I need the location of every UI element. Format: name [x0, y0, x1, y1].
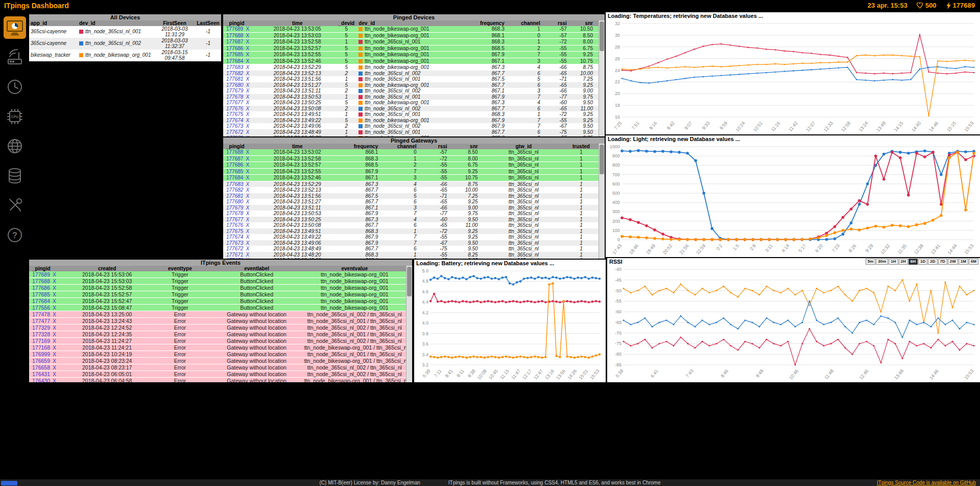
delete-link[interactable]: X	[246, 228, 249, 234]
pingid-link[interactable]: 177556	[32, 305, 50, 311]
delete-link[interactable]: X	[53, 305, 56, 311]
table-row[interactable]: 177674X2018-04-23 13:49:22867.97-559.25t…	[223, 234, 599, 240]
pingid-link[interactable]: 177682	[226, 71, 243, 76]
sidebar-item-system[interactable]: CPU	[4, 105, 26, 128]
range-button-2w[interactable]: 2W	[948, 259, 958, 265]
pingid-link[interactable]: 177477	[32, 318, 50, 324]
delete-link[interactable]: X	[53, 358, 56, 364]
column-header[interactable]: dev_id	[78, 20, 154, 26]
table-row[interactable]: 177671X2018-04-23 13:48:20868.31-558.25t…	[223, 252, 599, 258]
delete-link[interactable]: X	[246, 181, 249, 187]
delete-link[interactable]: X	[246, 129, 249, 135]
scrollbar-thumb[interactable]	[407, 267, 412, 296]
column-header[interactable]: _pingid	[223, 20, 259, 26]
table-row[interactable]: 177677X2018-04-23 13:50:25867.34-609.50t…	[223, 217, 599, 223]
delete-link[interactable]: X	[53, 371, 56, 377]
pingid-link[interactable]: 177684	[226, 58, 243, 64]
delete-link[interactable]: X	[53, 351, 56, 357]
pingid-link[interactable]: 177681	[226, 193, 243, 199]
column-header[interactable]: created	[65, 266, 149, 271]
scrollbar-thumb[interactable]	[600, 21, 604, 51]
column-header[interactable]: dev_id	[357, 20, 454, 26]
table-row[interactable]: 177672X2018-04-23 13:48:491ttn_node_365c…	[223, 129, 599, 135]
pingid-link[interactable]: 177680	[226, 199, 243, 204]
table-row[interactable]: 177688X2018-04-23 15:53:03TriggerButtonC…	[29, 278, 407, 285]
sidebar-item-help[interactable]: ?	[4, 224, 26, 246]
table-row[interactable]: 177328X2018-04-23 12:24:35ErrorGateway w…	[29, 331, 407, 338]
pingid-link[interactable]: 177685	[226, 169, 243, 174]
column-header[interactable]: gtw_id	[484, 144, 563, 149]
column-header[interactable]: app_id	[29, 20, 78, 26]
delete-link[interactable]: X	[246, 64, 249, 70]
table-row[interactable]: 177687X2018-04-23 13:52:581ttn_node_365c…	[223, 39, 599, 45]
pingid-link[interactable]: 177689	[226, 26, 243, 32]
column-header[interactable]: eventvalue	[303, 266, 407, 271]
delete-link[interactable]: X	[53, 278, 56, 284]
column-header[interactable]: LastSeen	[195, 20, 221, 26]
range-button-2h[interactable]: 2H	[899, 259, 908, 265]
delete-link[interactable]: X	[246, 135, 249, 136]
delete-link[interactable]: X	[246, 33, 249, 38]
pingid-link[interactable]: 177672	[226, 129, 243, 135]
pingid-link[interactable]: 177672	[226, 246, 243, 251]
delete-link[interactable]: X	[246, 211, 249, 216]
delete-link[interactable]: X	[246, 162, 249, 168]
pingid-link[interactable]: 177688	[226, 149, 243, 155]
delete-link[interactable]: X	[246, 76, 249, 82]
pingid-link[interactable]: 177680	[226, 82, 243, 88]
pingid-link[interactable]: 177686	[226, 45, 243, 51]
delete-link[interactable]: X	[53, 318, 56, 324]
column-header[interactable]: _pingid	[29, 266, 65, 271]
pingid-link[interactable]: 177676	[226, 106, 243, 111]
table-row[interactable]: 177687X2018-04-23 13:52:58868.31-728.00t…	[223, 155, 599, 162]
pingid-link[interactable]: 177681	[226, 76, 243, 82]
pingid-link[interactable]: 176658	[32, 364, 50, 371]
table-row[interactable]: 176659X2018-04-23 08:23:24ErrorGateway w…	[29, 358, 407, 364]
scrollbar[interactable]	[599, 144, 605, 259]
delete-link[interactable]: X	[246, 52, 249, 57]
pingid-link[interactable]: 177684	[226, 175, 243, 180]
pingid-link[interactable]: 177688	[226, 33, 243, 38]
delete-link[interactable]: X	[246, 45, 249, 51]
pingid-link[interactable]: 176659	[32, 358, 50, 364]
table-row[interactable]: 177684X2018-04-23 13:52:46867.13-5510.75…	[223, 175, 599, 181]
table-row[interactable]: 177686X2018-04-23 13:52:57868.52-556.75t…	[223, 162, 599, 169]
delete-link[interactable]: X	[53, 378, 56, 382]
table-row[interactable]: 177678X2018-04-23 13:50:53867.97-779.75t…	[223, 211, 599, 217]
column-header[interactable]: snr	[453, 144, 484, 149]
column-header[interactable]: frequency	[336, 144, 384, 149]
range-button-5m[interactable]: 5m	[866, 259, 876, 265]
delete-link[interactable]: X	[246, 88, 249, 94]
table-row[interactable]: 177477X2018-04-23 13:24:43ErrorGateway w…	[29, 318, 407, 325]
pingid-link[interactable]: 177675	[226, 111, 243, 117]
table-row[interactable]: 177684X2018-04-23 15:52:47TriggerButtonC…	[29, 298, 407, 305]
pingid-link[interactable]: 177675	[226, 228, 243, 234]
table-row[interactable]: 365csi-cayennettn_node_365csi_nl_0022018…	[29, 38, 221, 50]
column-header[interactable]: time	[259, 20, 336, 26]
delete-link[interactable]: X	[246, 94, 249, 100]
sidebar-item-tools[interactable]	[4, 194, 26, 217]
delete-link[interactable]: X	[246, 26, 249, 32]
table-row[interactable]: 177676X2018-04-23 13:50:08867.76-6511.00…	[223, 222, 599, 228]
table-row[interactable]: 177685X2018-04-23 13:52:555ttn_node_bike…	[223, 52, 599, 58]
delete-link[interactable]: X	[246, 205, 249, 211]
pingid-link[interactable]: 177328	[32, 331, 50, 337]
pingid-link[interactable]: 177677	[226, 100, 243, 105]
pingid-link[interactable]: 177688	[32, 278, 50, 284]
table-row[interactable]: 177670X2018-04-23 13:48:03868.10-658.25t…	[223, 258, 599, 259]
delete-link[interactable]: X	[246, 246, 249, 251]
table-row[interactable]: 176431X2018-04-23 06:05:01ErrorGateway w…	[29, 371, 407, 378]
table-row[interactable]: 177684X2018-04-23 13:52:465ttn_node_bike…	[223, 58, 599, 64]
pingid-link[interactable]: 177169	[32, 338, 50, 344]
pingid-link[interactable]: 177478	[32, 311, 50, 317]
pingid-link[interactable]: 176999	[32, 351, 50, 357]
range-button-6h[interactable]: 6H	[909, 259, 918, 265]
ping-counter[interactable]: 177689	[946, 2, 975, 9]
delete-link[interactable]: X	[246, 193, 249, 199]
table-row[interactable]: 177673X2018-04-23 13:49:06867.97-679.50t…	[223, 240, 599, 246]
pingid-link[interactable]: 177670	[226, 258, 243, 259]
pingid-link[interactable]: 177671	[226, 252, 243, 258]
table-row[interactable]: 177681X2018-04-23 13:51:56867.55-717.25t…	[223, 193, 599, 199]
pingid-link[interactable]: 176430	[32, 378, 50, 382]
table-row[interactable]: 176999X2018-04-23 10:24:19ErrorGateway w…	[29, 351, 407, 358]
